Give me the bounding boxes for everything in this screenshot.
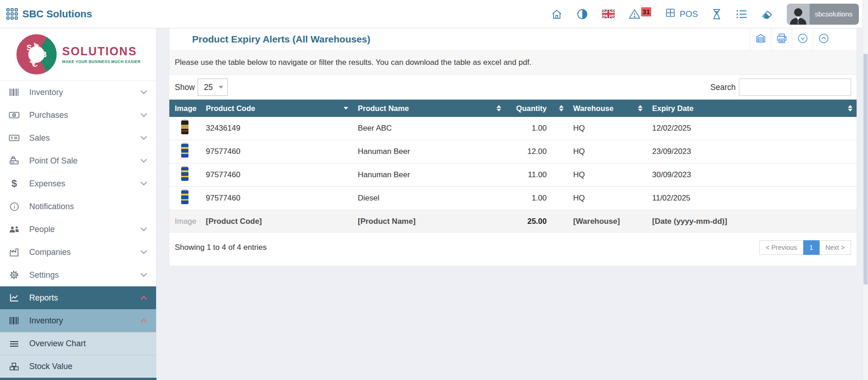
next-page-button[interactable]: Next > <box>819 240 851 255</box>
money-check-icon <box>8 134 20 142</box>
gear-icon <box>8 270 20 280</box>
factory-icon <box>8 248 20 257</box>
table-help-note: Please use the table below to navigate o… <box>169 50 857 75</box>
sidebar-item-label: Settings <box>29 270 59 280</box>
scrollbar-thumb[interactable] <box>863 54 868 285</box>
quantity-cell: 11.00 <box>505 164 568 187</box>
sidebar-item-label: People <box>29 225 55 234</box>
sidebar-item-label: Inventory <box>29 88 63 97</box>
sidebar-item-stock-value[interactable]: Stock Value <box>0 355 156 378</box>
page-1-button[interactable]: 1 <box>803 240 820 255</box>
top-navbar: SBC Solutions <box>0 0 863 28</box>
footer-image-label: Image <box>169 210 200 233</box>
table-controls: Show 25 Search <box>169 75 857 100</box>
sidebar-item-label: Stock Value <box>29 362 73 371</box>
pos-button[interactable]: POS <box>665 7 698 21</box>
table-row[interactable]: 97577460 Diesel 1.00 HQ 11/02/2025 <box>169 187 857 210</box>
table-row[interactable]: 97577460 Hanuman Beer 12.00 HQ 23/09/202… <box>169 140 857 164</box>
column-header-warehouse[interactable]: Warehouse <box>568 100 647 117</box>
caret-down-icon <box>219 86 223 89</box>
column-header-quantity[interactable]: Quantity <box>505 100 568 117</box>
logo-letter-s: S <box>26 43 31 53</box>
sidebar-item-notifications[interactable]: Notifications <box>0 195 156 218</box>
column-header-product-name[interactable]: Product Name <box>352 100 505 117</box>
uk-flag-icon[interactable] <box>602 10 615 18</box>
sort-both-icon <box>559 105 564 111</box>
chevron-down-icon <box>141 133 147 140</box>
show-label: Show <box>175 83 195 92</box>
table-row[interactable]: 97577460 Hanuman Beer 11.00 HQ 30/09/202… <box>169 164 857 187</box>
print-button[interactable] <box>771 28 792 50</box>
sidebar-item-expenses[interactable]: $ Expenses <box>0 172 156 195</box>
page-scrollbar[interactable] <box>863 0 868 380</box>
warehouse-cell: HQ <box>568 140 647 164</box>
alerts-button[interactable]: 31 <box>628 8 652 20</box>
entries-summary: Showing 1 to 4 of 4 entries <box>175 243 267 252</box>
chevron-down-icon <box>141 156 147 163</box>
sidebar-item-label: Purchases <box>29 111 68 120</box>
product-name-cell: Hanuman Beer <box>352 164 505 187</box>
pos-label: POS <box>680 9 698 19</box>
warehouse-cell: HQ <box>568 117 647 140</box>
footer-expiry-date: [Date (yyyy-mm-dd)] <box>647 210 857 233</box>
sidebar-item-people[interactable]: People <box>0 218 156 241</box>
sidebar-item-label: Companies <box>29 248 71 257</box>
expand-button[interactable] <box>813 28 834 50</box>
barcode-icon <box>8 88 20 97</box>
sidebar-item-reports-inventory[interactable]: Inventory <box>0 309 156 332</box>
collapse-button[interactable] <box>792 28 813 50</box>
eraser-icon[interactable] <box>761 9 773 20</box>
sidebar-item-settings[interactable]: Settings <box>0 264 156 286</box>
home-icon[interactable] <box>551 8 563 20</box>
expiry-date-cell: 30/09/2023 <box>647 164 857 187</box>
search-input[interactable] <box>739 79 851 96</box>
chevron-down-icon <box>141 248 147 254</box>
product-code-cell: 97577460 <box>200 164 352 187</box>
expiry-date-cell: 23/09/2023 <box>647 140 857 164</box>
sidebar-item-purchases[interactable]: Purchases <box>0 104 156 127</box>
print-icon <box>776 33 787 45</box>
user-menu[interactable]: sbcsolutions <box>787 4 859 25</box>
page-size-select[interactable]: 25 <box>198 79 228 96</box>
brand[interactable]: SBC Solutions <box>6 8 92 20</box>
logo-letter-c: C <box>32 60 37 69</box>
sidebar-item-label: Overview Chart <box>29 339 86 348</box>
chevron-up-icon <box>141 319 147 325</box>
chevron-down-icon <box>141 270 147 277</box>
logo-tagline: MAKE YOUR BUSINESS MUCH EASIER <box>62 59 140 64</box>
product-name-cell: Diesel <box>352 187 505 210</box>
archive-button[interactable] <box>750 28 771 50</box>
chart-line-icon <box>8 293 20 302</box>
search-label: Search <box>711 83 736 92</box>
sidebar-item-label: Inventory <box>29 316 63 326</box>
product-image <box>169 140 200 164</box>
table-footer-bar: Showing 1 to 4 of 4 entries < Previous 1… <box>169 233 857 266</box>
chevron-down-circle-icon <box>797 33 808 46</box>
archive-icon <box>755 33 766 45</box>
sidebar-item-reports[interactable]: Reports <box>0 286 156 309</box>
previous-page-button[interactable]: < Previous <box>759 240 804 255</box>
column-header-product-code[interactable]: Product Code <box>200 100 352 117</box>
chevron-down-icon <box>141 111 147 117</box>
blue-beer-can-image <box>180 142 190 159</box>
sidebar-item-companies[interactable]: Companies <box>0 241 156 264</box>
table-row[interactable]: 32436149 Beer ABC 1.00 HQ 12/02/2025 <box>169 117 857 140</box>
sidebar-item-point-of-sale[interactable]: Point Of Sale <box>0 149 156 172</box>
footer-product-name: [Product Name] <box>352 210 505 233</box>
sidebar-item-sales[interactable]: Sales <box>0 127 156 149</box>
expiry-date-cell: 11/02/2025 <box>647 187 857 210</box>
chevron-down-icon <box>141 225 147 231</box>
sidebar-item-label: Notifications <box>29 202 74 211</box>
sort-both-icon <box>848 105 852 111</box>
apps-grid-icon <box>6 8 18 20</box>
list-icon[interactable] <box>736 9 748 20</box>
hourglass-icon[interactable] <box>711 8 722 20</box>
contrast-icon[interactable] <box>576 8 588 20</box>
cubes-icon <box>8 362 20 371</box>
logo-letter-b: B <box>41 50 47 59</box>
banknote-icon <box>8 111 20 119</box>
sidebar-item-inventory[interactable]: Inventory <box>0 81 156 104</box>
column-header-expiry-date[interactable]: Expiry Date <box>647 100 857 117</box>
column-header-image: Image <box>169 100 200 117</box>
sidebar-item-overview-chart[interactable]: Overview Chart <box>0 332 156 355</box>
